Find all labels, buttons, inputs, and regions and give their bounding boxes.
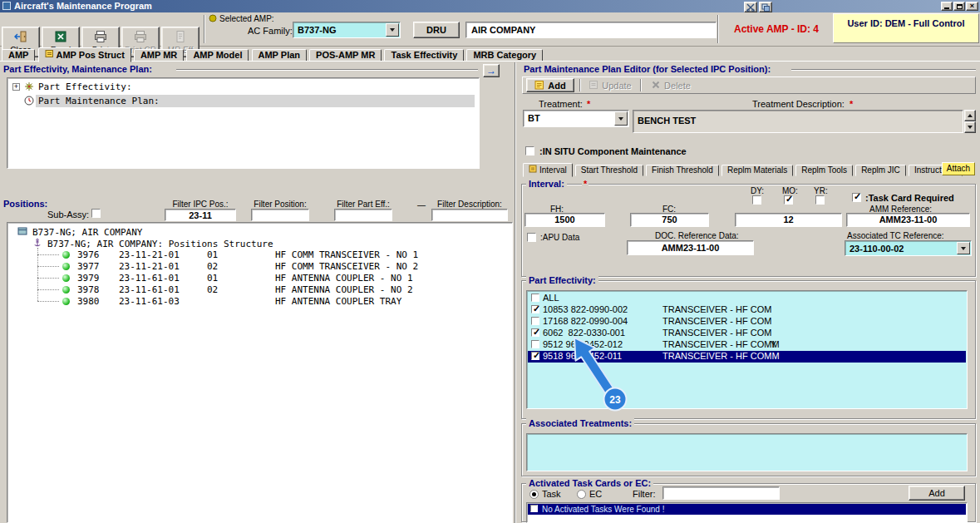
add-task-button[interactable]: Add (909, 486, 965, 501)
mo-field[interactable]: 12 (735, 213, 842, 227)
filter-ipc-input[interactable] (165, 209, 236, 221)
description-scroll-up-button[interactable] (964, 110, 976, 121)
associated-treatments-list[interactable] (526, 433, 968, 471)
editor-title: Part Maintenance Plan Editor (for Select… (524, 64, 771, 74)
ec-radio[interactable] (577, 490, 586, 499)
treatment-description-field[interactable]: BENCH TEST (633, 110, 963, 133)
attach-button[interactable]: Attach (942, 162, 975, 175)
tab-task-effectivity[interactable]: Task Effectivity (384, 49, 464, 62)
ac-family-dropdown-icon[interactable] (386, 23, 399, 37)
tree-structure-label[interactable]: B737-NG; AIR COMPANY: Positions Structur… (47, 239, 273, 249)
subtab-replm-tools[interactable]: Replm Tools (795, 165, 853, 176)
tree-root-label[interactable]: B737-NG; AIR COMPANY (32, 227, 142, 238)
empty-tasks-message: No Activated Tasks Were Found ! (542, 505, 664, 514)
task-card-required-checkbox[interactable] (852, 193, 861, 202)
dy-checkbox[interactable] (752, 195, 761, 205)
item-checkbox[interactable] (531, 305, 539, 313)
tree-node-part-effectivity[interactable]: Part Effectivity: (38, 81, 132, 92)
subtab-label: Replm Tools (801, 165, 847, 175)
tab-mrb-category[interactable]: MRB Category (466, 49, 543, 62)
subtab-start-threshold[interactable]: Start Threshold (575, 165, 643, 176)
task-filter-input[interactable] (662, 486, 780, 500)
company-field[interactable]: AIR COMPANY (465, 22, 717, 38)
dru-button[interactable]: DRU (413, 22, 460, 38)
application-window: Aircraft's Maintenance Program × Close (0, 0, 980, 523)
apu-data-checkbox[interactable] (527, 233, 536, 242)
treatment-combo[interactable]: BT (523, 110, 629, 127)
empty-tasks-row[interactable]: No Activated Tasks Were Found ! (528, 504, 966, 515)
close-window-button[interactable]: × (966, 2, 978, 11)
effectivity-plan-tree[interactable]: + Part Effectivity: Part Maintenance Pla… (7, 77, 480, 169)
position-row[interactable]: 3976 23-11-21-01 01 HF COMM TRANSCEIVER … (7, 249, 512, 260)
item-checkbox[interactable] (531, 294, 539, 302)
insitu-checkbox[interactable] (525, 146, 534, 155)
item-checkbox[interactable] (531, 340, 539, 348)
position-row[interactable]: 3980 23-11-61-03 HF ANTENNA COUPLER TRAY (7, 296, 512, 307)
item-checkbox[interactable] (531, 328, 539, 337)
scissors-icon[interactable] (744, 2, 757, 12)
filter-position-input[interactable] (251, 209, 309, 221)
subtab-finish-threshold[interactable]: Finish Threshold (646, 165, 719, 176)
user-id-panel: User ID: DEM - Full Control (833, 13, 979, 43)
tab-amp-model[interactable]: AMP Model (186, 49, 249, 62)
position-row[interactable]: 3979 23-11-61-01 01 HF ANTENNA COUPLER -… (7, 273, 512, 284)
item-description: TRANSCEIVER - HF COM (662, 304, 771, 314)
fh-value: 1500 (554, 215, 574, 224)
amm-reference-field[interactable]: AMM23-11-00 (846, 213, 970, 227)
ac-family-label: AC Family: (248, 26, 293, 36)
panel-divider[interactable] (515, 62, 516, 523)
description-scroll-down-button[interactable] (964, 121, 976, 133)
fc-field[interactable]: 750 (630, 213, 709, 227)
maximize-button[interactable] (953, 2, 965, 11)
item-description: TRANSCEIVER - HF COMM (662, 339, 780, 349)
filter-description-input[interactable] (431, 209, 508, 221)
add-treatment-button[interactable]: Add (526, 78, 574, 92)
subtab-replm-jic[interactable]: Replm JIC (855, 165, 906, 176)
scroll-down-icon (968, 126, 973, 129)
tree-expander[interactable]: + (12, 83, 20, 91)
tab-amp-mr[interactable]: AMP MR (134, 49, 184, 62)
subtab-label: Replm Materials (727, 165, 787, 175)
expand-editor-button[interactable]: → (483, 64, 500, 77)
minimize-button[interactable] (941, 2, 953, 11)
item-checkbox[interactable] (531, 352, 539, 360)
part-effectivity-item[interactable]: 10853 822-0990-002 TRANSCEIVER - HF COM (528, 304, 966, 316)
activated-tasks-list[interactable]: No Activated Tasks Were Found ! (526, 502, 968, 523)
mo-value: 12 (783, 215, 793, 224)
item-checkbox[interactable] (531, 317, 539, 325)
positions-tree[interactable]: B737-NG; AIR COMPANY B737-NG; AIR COMPAN… (7, 222, 513, 523)
delete-button[interactable]: Delete (645, 78, 697, 92)
exit-door-icon (14, 30, 27, 45)
filter-part-eff-input[interactable] (334, 209, 392, 221)
yr-checkbox[interactable] (815, 195, 825, 205)
mo-checkbox[interactable] (784, 195, 793, 205)
interval-required-mark: * (582, 179, 588, 189)
associated-tc-dropdown-icon[interactable] (957, 242, 970, 254)
position-row[interactable]: 3977 23-11-21-01 02 HF COMM TRANSCEIVER … (7, 261, 512, 272)
item-extra-flag: Y (771, 339, 776, 349)
tab-pos-amp-mr[interactable]: POS-AMP MR (309, 49, 382, 62)
empty-row-checkbox[interactable] (530, 505, 538, 512)
tab-amp-pos-struct[interactable]: AMP Pos Struct (38, 47, 131, 62)
task-radio[interactable] (529, 490, 539, 499)
tree-node-part-maintenance-plan[interactable]: Part Maintenance Plan: (38, 96, 160, 106)
subtab-interval[interactable]: Interval (523, 163, 573, 177)
position-pos: 01 (207, 273, 218, 284)
position-row[interactable]: 3978 23-11-61-01 02 HF ANTENNA COUPLER -… (7, 284, 512, 295)
part-position-icon (62, 263, 70, 270)
tab-amp[interactable]: AMP (2, 49, 35, 62)
panels-icon[interactable] (759, 2, 772, 12)
app-icon (2, 2, 11, 10)
ac-family-combo[interactable]: B737-NG (293, 22, 401, 38)
associated-tc-combo[interactable]: 23-110-00-02 (845, 240, 972, 256)
treatment-dropdown-icon[interactable] (614, 111, 628, 126)
fh-field[interactable]: 1500 (524, 213, 605, 227)
update-button[interactable]: Update (584, 78, 636, 92)
tab-amp-plan[interactable]: AMP Plan (252, 49, 308, 62)
part-effectivity-item[interactable]: ALL (528, 293, 966, 304)
sub-assy-checkbox[interactable] (91, 209, 101, 218)
task-filter-label: Filter: (633, 489, 656, 499)
subtab-replm-materials[interactable]: Replm Materials (721, 165, 793, 176)
add-label: Add (548, 81, 565, 91)
doc-reference-field[interactable]: AMM23-11-00 (627, 240, 754, 255)
